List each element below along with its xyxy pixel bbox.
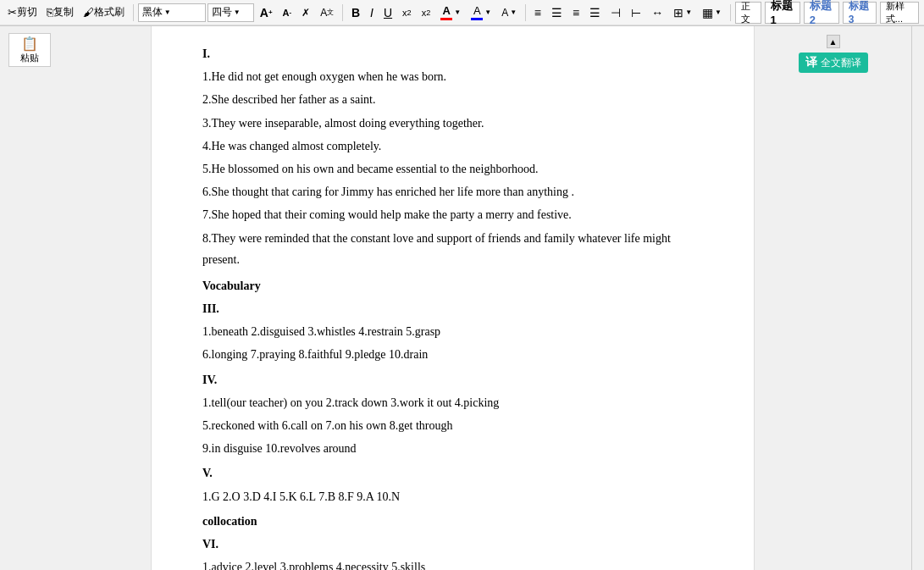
col-center-button[interactable]: ↔ <box>647 4 667 21</box>
style-biaoti3[interactable]: 标题 3 <box>843 2 877 24</box>
clear-format-button[interactable]: ✗ <box>297 5 314 20</box>
border-dropdown: ▼ <box>685 8 692 16</box>
superscript-button[interactable]: x2 <box>398 6 416 19</box>
align-right-button[interactable]: ≡ <box>568 4 584 21</box>
sentence-7: 7.She hoped that their coming would help… <box>202 204 703 225</box>
sentence-6: 6.She thought that caring for Jimmy has … <box>202 181 703 202</box>
style-biaoti2[interactable]: 标题 2 <box>804 2 839 24</box>
highlight-dropdown-icon: ▼ <box>484 8 491 16</box>
style-new[interactable]: 新样式... <box>880 2 919 24</box>
toolbar-row1: ✂ 剪切 ⎘ 复制 🖌 格式刷 黑体 ▼ 四号 ▼ A+ A- ✗ A文 <box>0 0 924 25</box>
collocation-heading: collocation <box>202 511 703 532</box>
cut-button[interactable]: ✂ 剪切 <box>3 3 41 21</box>
section6-heading: VI. <box>202 534 703 555</box>
sentence-1: 1.He did not get enough oxygen when he w… <box>202 66 703 87</box>
font-size-selector[interactable]: 四号 ▼ <box>207 3 254 22</box>
sentence-3: 3.They were inseparable, almost doing ev… <box>202 113 703 134</box>
section4-items2: 5.reckoned with 6.call on 7.on his own 8… <box>202 415 703 436</box>
paste-icon: 📋 <box>21 36 38 52</box>
font-size-value: 四号 <box>212 5 232 19</box>
section5-heading: V. <box>202 462 703 484</box>
main-area: 📋 粘贴 I. 1.He did not get enough oxygen w… <box>0 26 924 570</box>
font-color-bar <box>440 18 452 20</box>
section4-heading: IV. <box>202 369 703 390</box>
highlight-indicator: A <box>471 4 483 20</box>
font-size-dropdown-icon: ▼ <box>234 8 241 16</box>
underline-button[interactable]: U <box>379 4 396 21</box>
section6-items1: 1.advice 2.level 3.problems 4.necessity … <box>202 556 703 570</box>
text-effect-button[interactable]: A▼ <box>497 5 521 20</box>
justify-button[interactable]: ☰ <box>585 4 605 21</box>
cut-icon: ✂ <box>8 7 17 18</box>
font-name-selector[interactable]: 黑体 ▼ <box>138 3 206 22</box>
copy-icon: ⎘ <box>47 7 53 18</box>
paste-button[interactable]: 📋 粘贴 <box>8 33 51 67</box>
sentence-8: 8.They were reminded that the constant l… <box>202 228 703 270</box>
copy-label: 复制 <box>53 5 74 19</box>
align-center-button[interactable]: ☰ <box>547 4 567 21</box>
font-name-value: 黑体 <box>142 5 163 19</box>
border-button[interactable]: ⊞▼ <box>669 4 696 21</box>
col-right-button[interactable]: ⊢ <box>627 4 645 21</box>
left-margin: 📋 粘贴 <box>0 26 151 570</box>
section3-heading: III. <box>202 298 703 319</box>
sentence-5: 5.He blossomed on his own and became ess… <box>202 158 703 180</box>
text-effect-dropdown: ▼ <box>510 8 517 16</box>
section4-items3: 9.in disguise 10.revolves around <box>202 438 703 459</box>
format-painter-icon: 🖌 <box>83 7 94 18</box>
bold-button[interactable]: B <box>347 4 364 21</box>
section1-heading: I. <box>202 43 703 64</box>
font-color-button[interactable]: A ▼ <box>436 3 465 22</box>
sentence-2: 2.She described her father as a saint. <box>202 89 703 110</box>
font-color-letter: A <box>443 4 451 17</box>
section3-items1: 1.beneath 2.disguised 3.whistles 4.restr… <box>202 321 703 342</box>
section3-items2: 6.longing 7.praying 8.faithful 9.pledge … <box>202 344 703 365</box>
col-left-button[interactable]: ⊣ <box>606 4 625 21</box>
copy-button[interactable]: ⎘ 复制 <box>42 3 78 21</box>
subscript-button[interactable]: x2 <box>418 6 435 19</box>
style-zhengwen[interactable]: 正文 <box>735 2 761 24</box>
toolbar-area: ✂ 剪切 ⎘ 复制 🖌 格式刷 黑体 ▼ 四号 ▼ A+ A- ✗ A文 <box>0 0 924 26</box>
section4-items1: 1.tell(our teacher) on you 2.track down … <box>202 392 703 413</box>
style-biaoti1[interactable]: 标题 1 <box>765 2 800 24</box>
translate-icon: 译 <box>805 55 817 70</box>
shading-button[interactable]: ▦▼ <box>698 4 726 21</box>
align-left-button[interactable]: ≡ <box>530 4 545 21</box>
highlight-button[interactable]: A ▼ <box>467 3 495 22</box>
translate-button[interactable]: 译 全文翻译 <box>799 53 868 73</box>
vocabulary-heading: Vocabulary <box>202 275 703 296</box>
format-painter-button[interactable]: 🖌 格式刷 <box>79 3 129 21</box>
sep2 <box>342 4 343 21</box>
italic-button[interactable]: I <box>366 4 378 21</box>
font-color-indicator: A <box>440 4 452 20</box>
paste-label: 粘贴 <box>20 52 39 64</box>
scroll-up-button[interactable]: ▲ <box>827 35 840 48</box>
cut-label: 剪切 <box>17 5 37 19</box>
highlight-letter: A <box>473 4 481 17</box>
translate-label: 全文翻译 <box>821 56 861 70</box>
section5-items: 1.G 2.O 3.D 4.I 5.K 6.L 7.B 8.F 9.A 10.N <box>202 486 703 507</box>
font-color-dropdown-icon: ▼ <box>454 8 461 16</box>
decrease-font-button[interactable]: A- <box>279 6 296 19</box>
sentence-4: 4.He was changed almost completely. <box>202 136 703 157</box>
font-name-dropdown-icon: ▼ <box>164 8 171 16</box>
shading-dropdown: ▼ <box>715 8 722 16</box>
format-painter-label: 格式刷 <box>94 5 124 19</box>
phonetic-button[interactable]: A文 <box>316 5 338 20</box>
sep4 <box>730 4 731 21</box>
sep1 <box>133 4 134 21</box>
sep3 <box>525 4 526 21</box>
increase-font-button[interactable]: A+ <box>256 4 277 21</box>
highlight-color-bar <box>471 18 483 20</box>
document-area[interactable]: I. 1.He did not get enough oxygen when h… <box>151 26 755 570</box>
paste-group: ✂ 剪切 ⎘ 复制 🖌 格式刷 <box>3 3 129 21</box>
scrollbar[interactable] <box>911 26 924 570</box>
right-panel: ▲ 译 全文翻译 <box>755 26 911 570</box>
